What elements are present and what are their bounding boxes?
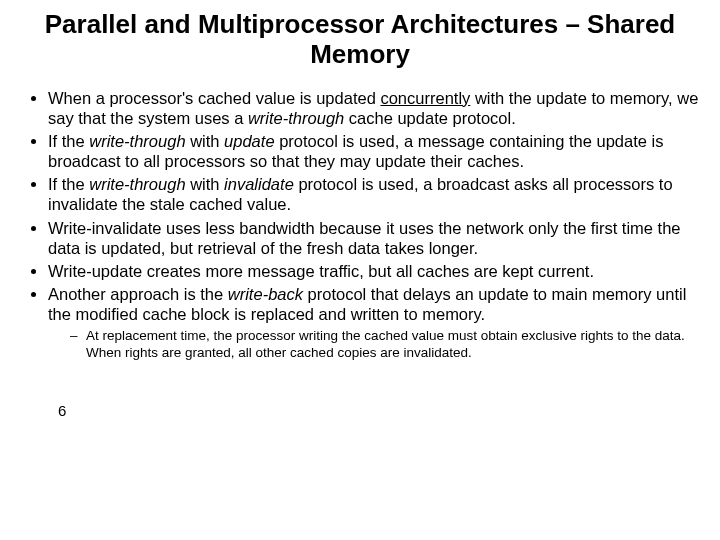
slide: Parallel and Multiprocessor Architecture… <box>0 0 720 419</box>
bullet-5: Write-update creates more message traffi… <box>48 261 702 281</box>
bullet-list: When a processor's cached value is updat… <box>18 88 702 362</box>
page-number: 6 <box>58 402 702 419</box>
bullet-3: If the write-through with invalidate pro… <box>48 174 702 214</box>
sub-bullet-1: At replacement time, the processor writi… <box>70 328 702 362</box>
italic-write-through: write-through <box>248 109 344 127</box>
underline-concurrently: concurrently <box>380 89 470 107</box>
sub-bullet-list: At replacement time, the processor writi… <box>48 328 702 362</box>
slide-title: Parallel and Multiprocessor Architecture… <box>18 10 702 70</box>
italic-write-back: write-back <box>228 285 303 303</box>
bullet-1: When a processor's cached value is updat… <box>48 88 702 128</box>
bullet-2: If the write-through with update protoco… <box>48 131 702 171</box>
bullet-4: Write-invalidate uses less bandwidth bec… <box>48 218 702 258</box>
bullet-6: Another approach is the write-back proto… <box>48 284 702 362</box>
